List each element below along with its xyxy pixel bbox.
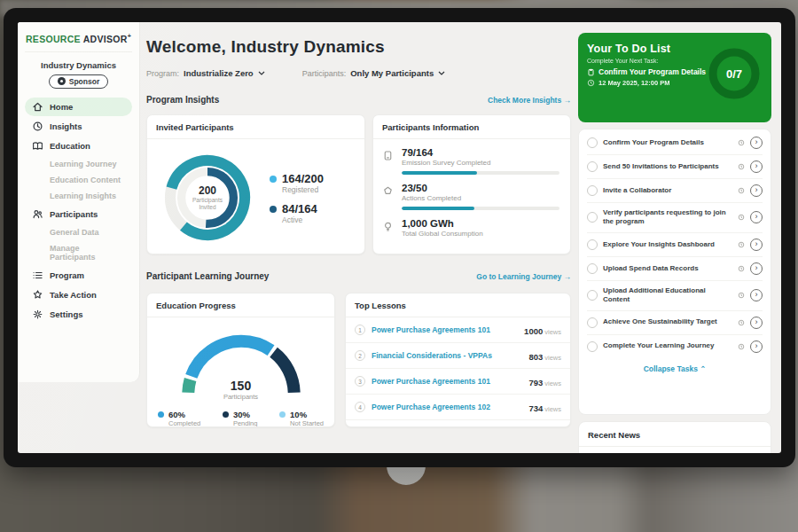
legend-dot [158,411,164,418]
stat-value: 1,000 GWh [402,218,559,229]
todo-due-label: 12 May 2025, 12:00 PM [598,79,669,87]
legend-value: 164/200 [282,172,324,185]
lesson-row[interactable]: 3 Power Purchase Agreements 101 793views [346,369,570,395]
task-chevron-button[interactable]: › [750,262,763,275]
bulb-icon [382,221,394,232]
logo-secondary: ADVISOR [83,34,128,44]
task-checkbox[interactable] [587,263,598,274]
task-row[interactable]: Confirm Your Program Details › [587,131,763,155]
lesson-row[interactable]: 4 Power Purchase Agreements 102 734views [346,395,570,420]
task-row[interactable]: Complete Your Learning Journey › [587,335,763,358]
gauge-center-value: 150 [175,379,308,393]
sidebar-item-label: Education [50,141,90,151]
sidebar-item-learning-insights[interactable]: Learning Insights [25,188,132,204]
lesson-views: 803 [528,352,543,362]
legend-label: Registered [282,185,324,194]
lesson-views: 734 [528,403,543,413]
clock-icon [738,241,745,248]
lesson-rank: 1 [355,325,365,335]
learning-journey-header: Participant Learning Journey Go to Learn… [146,271,571,281]
task-checkbox[interactable] [587,137,598,148]
collapse-tasks-link[interactable]: Collapse Tasks ⌃ [587,358,763,377]
task-chevron-button[interactable]: › [750,184,763,197]
legend-dot [279,411,286,418]
clipboard-icon [587,68,595,76]
task-row[interactable]: Send 50 Invitations to Participants › [587,155,763,179]
sidebar-item-general-data[interactable]: General Data [25,224,132,240]
lesson-row[interactable]: 5 Power Purchase Agreements 103 600views [346,420,570,427]
todo-next-task-label: Confirm Your Program Details [598,67,706,76]
sidebar-item-education-content[interactable]: Education Content [25,172,132,188]
task-label: Invite a Collaborator [603,186,732,195]
todo-hero-card: Your To Do List Complete Your Next Task:… [578,33,771,122]
legend-value: 84/164 [282,202,317,215]
sidebar-item-label: Settings [50,309,82,319]
donut-center-value: 200 [199,184,216,197]
task-checkbox[interactable] [587,212,598,223]
legend-registered: 164/200 Registered [270,172,324,194]
task-chevron-button[interactable]: › [750,239,763,251]
go-to-learning-journey-link[interactable]: Go to Learning Journey → [476,272,571,281]
stat-label: Total Global Consumption [402,230,559,238]
sidebar-item-program[interactable]: Program [25,266,132,285]
task-row[interactable]: Explore Your Insights Dashboard › [587,233,763,257]
task-chevron-button[interactable]: › [750,289,763,301]
participants-filter[interactable]: Participants: Only My Participants [302,68,446,78]
sidebar-item-home[interactable]: Home [25,98,132,116]
invited-participants-card: Invited Participants 200 Participants In… [146,114,365,254]
lesson-title-link[interactable]: Power Purchase Agreements 101 [372,325,518,334]
task-label: Send 50 Invitations to Participants [603,162,732,171]
legend-value: 30% [233,410,258,419]
views-suffix: views [544,405,561,413]
stat-label: Emission Survey Completed [402,159,559,167]
clock-icon [738,139,745,146]
task-checkbox[interactable] [587,317,598,328]
sponsor-icon [58,77,66,85]
section-title: Program Insights [146,95,219,105]
chevron-down-icon [258,71,265,75]
task-row[interactable]: Upload Additional Educational Content › [587,281,763,311]
lesson-row[interactable]: 2 Financial Considerations - VPPAs 803vi… [346,343,570,369]
lesson-title-link[interactable]: Power Purchase Agreements 101 [372,377,522,386]
task-row[interactable]: Upload Spend Data Records › [587,257,763,281]
sidebar-item-participants[interactable]: Participants [25,205,132,223]
legend-dot [223,411,229,418]
donut-legend: 164/200 Registered 84/164 Active [270,164,324,232]
check-more-insights-link[interactable]: Check More Insights → [488,96,571,105]
survey-icon [382,150,394,161]
program-filter-label: Program: [146,69,179,78]
lesson-title-link[interactable]: Financial Considerations - VPPAs [372,351,522,360]
task-checkbox[interactable] [587,239,598,250]
legend-dot [270,176,277,183]
home-icon [32,101,43,113]
task-row[interactable]: Invite a Collaborator › [587,179,763,203]
lesson-title-link[interactable]: Power Purchase Agreements 102 [372,403,522,411]
sidebar-item-take-action[interactable]: Take Action [25,286,132,304]
task-checkbox[interactable] [587,290,598,301]
task-chevron-button[interactable]: › [750,160,763,173]
program-filter[interactable]: Program: Industrialize Zero [146,68,265,78]
task-checkbox[interactable] [587,185,598,196]
task-chevron-button[interactable]: › [750,137,763,149]
views-suffix: views [544,354,561,362]
clock-icon [738,265,745,272]
task-chevron-button[interactable]: › [750,211,763,223]
task-row[interactable]: Achieve One Sustainability Target › [587,311,763,335]
task-label: Explore Your Insights Dashboard [603,240,732,249]
task-chevron-button[interactable]: › [750,317,763,329]
task-chevron-button[interactable]: › [750,340,763,353]
sidebar-item-education[interactable]: Education [25,137,132,155]
sidebar-item-insights[interactable]: Insights [25,117,132,136]
sidebar-item-settings[interactable]: Settings [25,305,132,324]
gauge-legend: 60% Completed 30% Pending 10% Not Starte… [147,403,334,427]
task-row[interactable]: Verify participants requesting to join t… [587,203,763,233]
task-checkbox[interactable] [587,161,598,172]
task-checkbox[interactable] [587,341,598,352]
legend-value: 60% [168,410,200,419]
lesson-rank: 3 [355,376,365,387]
legend-completed: 60% Completed [158,410,200,427]
sidebar-item-manage-participants[interactable]: Manage Participants [25,240,132,265]
lesson-row[interactable]: 1 Power Purchase Agreements 101 1000view… [346,317,570,343]
sidebar-item-label: Insights [50,121,82,131]
sidebar-item-learning-journey[interactable]: Learning Journey [25,156,132,172]
